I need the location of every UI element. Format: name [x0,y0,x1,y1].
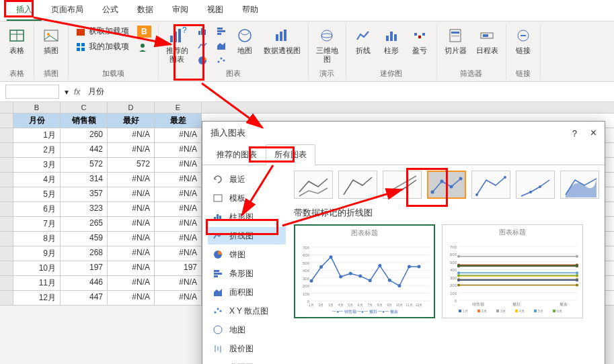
tab-insert[interactable]: 插入 [7,0,42,21]
illustrations-button[interactable]: 插图 [38,24,64,57]
link-button[interactable]: 链接 [510,24,536,57]
chart-type-recent[interactable]: 最近 [208,171,286,188]
chart-subtype-5[interactable] [516,171,555,199]
col-header-b[interactable]: B [13,102,61,113]
table-cell[interactable]: #N/A [155,232,202,246]
table-cell[interactable]: 4月 [13,173,61,187]
table-cell[interactable]: 572 [61,158,108,172]
row-header[interactable] [0,232,13,246]
table-cell[interactable]: 314 [61,173,108,187]
table-cell[interactable]: 7月 [13,217,61,231]
dialog-close-button[interactable]: × [590,127,597,138]
chart-preview-1[interactable]: 图表标题 70060050040030020010001月2月3月4月5月6月7… [294,224,435,306]
table-cell[interactable]: #N/A [155,246,202,261]
tab-view[interactable]: 视图 [198,0,233,21]
table-header[interactable]: 月份 [13,113,61,128]
row-header[interactable] [0,261,13,275]
line-chart-button[interactable] [194,39,210,52]
3d-map-button[interactable]: 三维地 图 [313,24,342,66]
area-chart-button[interactable] [213,39,229,52]
chart-subtype-4[interactable] [471,171,510,199]
table-cell[interactable]: #N/A [108,291,155,305]
col-header-e[interactable]: E [155,102,202,113]
tab-page-layout[interactable]: 页面布局 [42,0,93,21]
table-cell[interactable]: 197 [61,261,108,275]
table-cell[interactable]: 268 [61,246,108,261]
table-cell[interactable]: #N/A [108,276,155,290]
row-header[interactable] [0,202,13,216]
table-cell[interactable]: 12月 [13,291,61,305]
col-header-d[interactable]: D [108,102,155,113]
row-header[interactable] [0,276,13,290]
table-cell[interactable]: #N/A [108,261,155,275]
bing-button[interactable]: B [135,24,154,39]
table-cell[interactable]: #N/A [108,217,155,231]
chart-subtype-3[interactable] [427,171,466,199]
table-header[interactable]: 最好 [108,113,155,128]
col-header-blank[interactable] [0,102,13,113]
row-header[interactable] [0,173,13,187]
table-cell[interactable]: 10月 [13,261,61,275]
formula-input[interactable]: 月份 [85,85,609,99]
dialog-help-button[interactable]: ? [572,128,577,138]
dialog-tab-recommended[interactable]: 推荐的图表 [208,144,266,165]
table-cell[interactable]: #N/A [108,128,155,142]
table-cell[interactable]: 459 [61,232,108,246]
chart-subtype-2[interactable] [383,171,422,199]
tab-formulas[interactable]: 公式 [93,0,128,21]
tables-button[interactable]: 表格 [4,24,30,57]
row-header[interactable] [0,113,13,128]
table-cell[interactable]: #N/A [155,187,202,201]
table-cell[interactable]: #N/A [108,202,155,216]
chart-type-line[interactable]: 折线图 [208,227,286,244]
dropdown-icon[interactable]: ▾ [65,87,69,97]
table-cell[interactable]: 11月 [13,276,61,290]
table-cell[interactable]: 447 [61,291,108,305]
get-addins-button[interactable]: 获取加载项 [73,24,132,38]
table-cell[interactable]: #N/A [108,143,155,157]
table-cell[interactable]: 6月 [13,202,61,216]
row-header[interactable] [0,291,13,305]
row-header[interactable] [0,128,13,142]
chart-subtype-6[interactable] [560,171,599,199]
column-chart-button[interactable] [194,24,210,38]
table-cell[interactable]: #N/A [155,291,202,305]
sparkline-line-button[interactable]: 折线 [350,24,376,57]
table-cell[interactable]: 260 [61,128,108,142]
timeline-button[interactable]: 日程表 [473,24,502,57]
table-cell[interactable]: 446 [61,276,108,290]
table-cell[interactable]: #N/A [155,202,202,216]
row-header[interactable] [0,158,13,172]
col-header-c[interactable]: C [61,102,108,113]
table-cell[interactable]: #N/A [108,246,155,261]
chart-subtype-1[interactable] [338,171,377,199]
table-cell[interactable]: 357 [61,187,108,201]
sparkline-column-button[interactable]: 柱形 [379,24,404,57]
table-cell[interactable]: #N/A [108,173,155,187]
chart-preview-2[interactable]: 图表标题 7006005004003002001000销售额最好最差1月2月3月… [442,224,583,306]
recommended-charts-button[interactable]: ? 推荐的 图表 [163,24,192,66]
row-header[interactable] [0,217,13,231]
table-cell[interactable]: 2月 [13,143,61,157]
table-cell[interactable]: 572 [108,158,155,172]
table-cell[interactable]: 197 [155,261,202,275]
table-cell[interactable]: #N/A [155,217,202,231]
pie-chart-button[interactable] [194,54,210,67]
slicer-button[interactable]: 切片器 [441,24,470,57]
bar-chart-button[interactable] [213,24,229,38]
row-header[interactable] [0,143,13,157]
map-chart-button[interactable]: 地图 [232,24,258,57]
table-header[interactable]: 最差 [155,113,202,128]
table-cell[interactable]: #N/A [108,232,155,246]
chart-type-pie[interactable]: 饼图 [208,246,286,263]
table-cell[interactable]: #N/A [155,143,202,157]
table-cell[interactable]: 3月 [13,158,61,172]
chart-type-column[interactable]: 柱形图 [208,208,286,226]
chart-type-area[interactable]: 面积图 [208,283,286,301]
table-header[interactable]: 销售额 [61,113,108,128]
table-cell[interactable]: 9月 [13,246,61,261]
name-box[interactable] [5,85,59,99]
table-cell[interactable]: 5月 [13,187,61,201]
table-cell[interactable]: 323 [61,202,108,216]
people-graph-button[interactable] [135,40,154,54]
